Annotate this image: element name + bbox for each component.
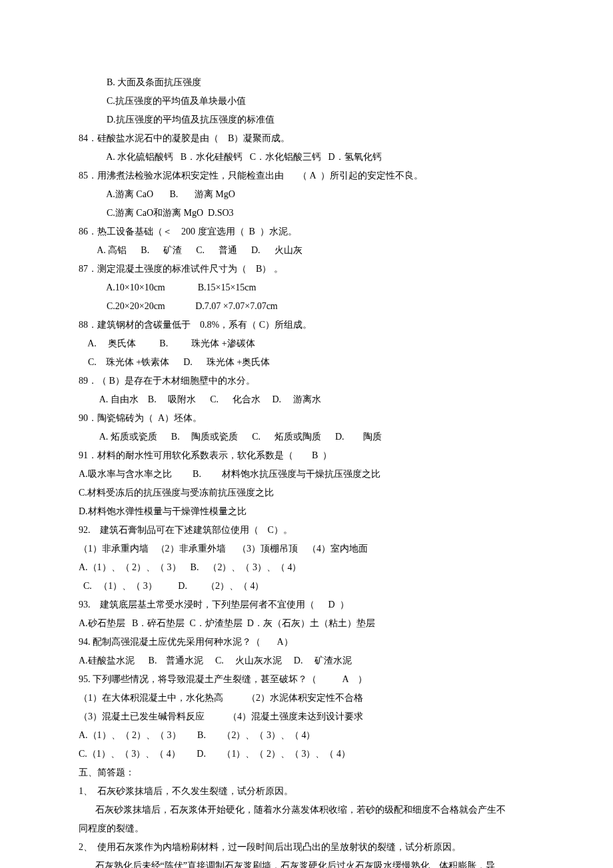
- text-line: 89．（ B）是存在于木材细胞壁中的水分。: [79, 372, 534, 390]
- text-line: C.抗压强度的平均值及单块最小值: [79, 92, 534, 111]
- text-line: C.材料受冻后的抗压强度与受冻前抗压强度之比: [79, 484, 534, 502]
- text-line: （3）混凝土已发生碱骨料反应 （4）混凝土强度未达到设计要求: [79, 707, 534, 726]
- text-line: 92. 建筑石膏制品可在下述建筑部位使用（ C）。: [79, 521, 534, 540]
- text-line: A. 高铝 B. 矿渣 C. 普通 D. 火山灰: [79, 241, 534, 260]
- text-line: C.20×20×20cm D.7.07 ×7.07×7.07cm: [79, 297, 534, 316]
- text-line: 88．建筑钢材的含碳量低于 0.8%，系有（ C）所组成。: [79, 316, 534, 334]
- text-line: 84．硅酸盐水泥石中的凝胶是由（ B）凝聚而成。: [79, 129, 534, 148]
- text-line: C.游离 CaO和游离 MgO D.SO3: [79, 204, 534, 222]
- text-line: A. 水化硫铝酸钙 B．水化硅酸钙 C．水化铝酸三钙 D．氢氧化钙: [79, 148, 534, 167]
- text-line: D.抗压强度的平均值及抗压强度的标准值: [79, 111, 534, 129]
- text-line: 86．热工设备基础（＜ 200 度宜选用（ B ）水泥。: [79, 222, 534, 241]
- text-line: A. 炻质或瓷质 B. 陶质或瓷质 C. 炻质或陶质 D. 陶质: [79, 428, 534, 446]
- text-line: A.硅酸盐水泥 B. 普通水泥 C. 火山灰水泥 D. 矿渣水泥: [79, 651, 534, 670]
- text-line: （1）非承重内墙 （2）非承重外墙 （3）顶棚吊顶 （4）室内地面: [79, 540, 534, 558]
- text-line: 91．材料的耐水性可用软化系数表示，软化系数是（ B ）: [79, 446, 534, 465]
- text-line: A.游离 CaO B. 游离 MgO: [79, 185, 534, 204]
- text-line: A.吸水率与含水率之比 B. 材料饱水抗压强度与干燥抗压强度之比: [79, 465, 534, 484]
- text-line: A.10×10×10cm B.15×15×15cm: [79, 278, 534, 297]
- text-line: C. （1）、（ 3） D. （2）、（ 4）: [79, 577, 534, 596]
- text-line: 五、简答题：: [79, 763, 534, 782]
- text-line: B. 大面及条面抗压强度: [79, 73, 534, 92]
- text-line: 石灰砂浆抹墙后，石灰浆体开始硬化，随着水分蒸发体积收缩，若砂的级配和细度不合格就…: [79, 801, 534, 819]
- text-line: 93. 建筑底层基土常受水浸时，下列垫层何者不宜使用（ D ）: [79, 596, 534, 614]
- text-line: 94. 配制高强混凝土应优先采用何种水泥？（ A）: [79, 633, 534, 651]
- text-line: 95. 下列哪些情况，将导致混凝土产生裂缝，甚至破坏？（ A ）: [79, 670, 534, 689]
- text-line: A.（1）、（ 2）、（ 3） B. （2）、（ 3）、（ 4）: [79, 726, 534, 745]
- text-line: 石灰熟化后未经“陈伏”直接调制石灰浆刷墙，石灰浆硬化后过火石灰吸水缓慢熟化、体积…: [79, 857, 534, 868]
- text-line: C.（1）、（ 3）、（ 4） D. （1）、（ 2）、（ 3）、（ 4）: [79, 745, 534, 763]
- document-page: B. 大面及条面抗压强度 C.抗压强度的平均值及单块最小值 D.抗压强度的平均值…: [0, 0, 613, 868]
- text-line: 90．陶瓷锦砖为（ A）坯体。: [79, 409, 534, 428]
- document-content: B. 大面及条面抗压强度 C.抗压强度的平均值及单块最小值 D.抗压强度的平均值…: [79, 73, 534, 868]
- text-line: 87．测定混凝土强度的标准试件尺寸为（ B） 。: [79, 260, 534, 278]
- text-line: C. 珠光体 +铁素体 D. 珠光体 +奥氏体: [79, 353, 534, 372]
- text-line: A. 自由水 B. 吸附水 C. 化合水 D. 游离水: [79, 390, 534, 409]
- text-line: 1、 石灰砂浆抹墙后，不久发生裂缝，试分析原因。: [79, 782, 534, 801]
- text-line: 同程度的裂缝。: [79, 819, 534, 838]
- text-line: 85．用沸煮法检验水泥体积安定性，只能检查出由 （ A ）所引起的安定性不良。: [79, 167, 534, 185]
- text-line: A.砂石垫层 B．碎石垫层 C．炉渣垫层 D．灰（石灰）土（粘土）垫层: [79, 614, 534, 633]
- text-line: D.材料饱水弹性模量与干燥弹性模量之比: [79, 502, 534, 521]
- text-line: （1）在大体积混凝土中，水化热高 （2）水泥体积安定性不合格: [79, 689, 534, 707]
- text-line: A.（1）、（ 2）、（ 3） B. （2）、（ 3）、（ 4）: [79, 558, 534, 577]
- text-line: A. 奥氏体 B. 珠光体 +渗碳体: [79, 334, 534, 353]
- text-line: 2、 使用石灰浆作为内墙粉刷材料，过一段时间后出现凸出的呈放射状的裂缝，试分析原…: [79, 838, 534, 857]
